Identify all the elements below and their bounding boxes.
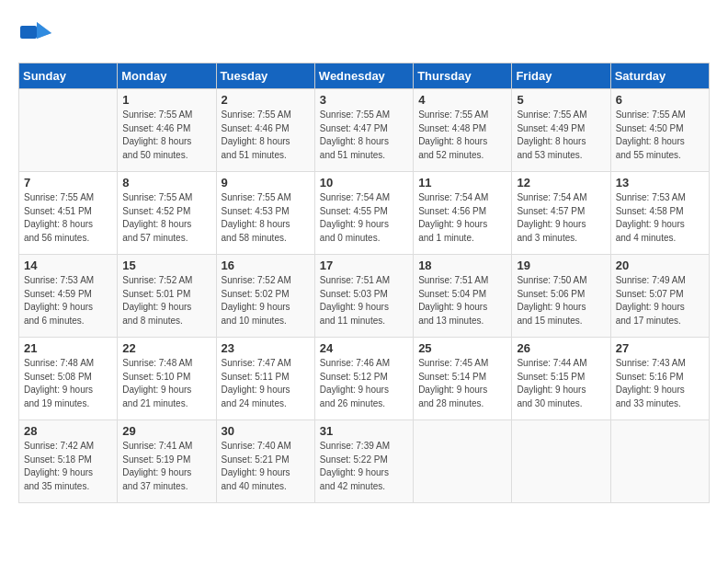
day-number: 26 bbox=[517, 341, 605, 355]
calendar-cell: 27Sunrise: 7:43 AM Sunset: 5:16 PM Dayli… bbox=[610, 338, 709, 420]
calendar-cell: 11Sunrise: 7:54 AM Sunset: 4:56 PM Dayli… bbox=[414, 172, 512, 255]
day-info: Sunrise: 7:47 AM Sunset: 5:11 PM Dayligh… bbox=[222, 357, 310, 410]
day-number: 12 bbox=[517, 176, 605, 190]
day-info: Sunrise: 7:44 AM Sunset: 5:15 PM Dayligh… bbox=[517, 357, 605, 410]
calendar-cell: 25Sunrise: 7:45 AM Sunset: 5:14 PM Dayli… bbox=[414, 338, 512, 420]
calendar-cell: 4Sunrise: 7:55 AM Sunset: 4:48 PM Daylig… bbox=[414, 89, 512, 172]
day-info: Sunrise: 7:46 AM Sunset: 5:12 PM Dayligh… bbox=[320, 357, 408, 410]
day-info: Sunrise: 7:42 AM Sunset: 5:18 PM Dayligh… bbox=[24, 440, 112, 493]
day-number: 1 bbox=[122, 93, 210, 107]
day-number: 30 bbox=[222, 424, 310, 438]
calendar-week: 1Sunrise: 7:55 AM Sunset: 4:46 PM Daylig… bbox=[19, 89, 710, 172]
calendar-cell bbox=[414, 420, 512, 503]
day-info: Sunrise: 7:55 AM Sunset: 4:53 PM Dayligh… bbox=[222, 191, 310, 245]
day-number: 17 bbox=[320, 259, 408, 272]
logo-icon bbox=[18, 18, 53, 48]
calendar-week: 28Sunrise: 7:42 AM Sunset: 5:18 PM Dayli… bbox=[19, 420, 710, 503]
day-number: 10 bbox=[320, 176, 408, 190]
calendar-cell: 21Sunrise: 7:48 AM Sunset: 5:08 PM Dayli… bbox=[19, 338, 118, 420]
day-number: 20 bbox=[616, 259, 704, 272]
calendar-cell: 30Sunrise: 7:40 AM Sunset: 5:21 PM Dayli… bbox=[216, 420, 314, 503]
calendar-cell: 29Sunrise: 7:41 AM Sunset: 5:19 PM Dayli… bbox=[118, 420, 216, 503]
day-info: Sunrise: 7:55 AM Sunset: 4:46 PM Dayligh… bbox=[222, 109, 310, 162]
day-info: Sunrise: 7:53 AM Sunset: 4:58 PM Dayligh… bbox=[616, 191, 704, 245]
day-info: Sunrise: 7:55 AM Sunset: 4:50 PM Dayligh… bbox=[616, 109, 704, 162]
day-info: Sunrise: 7:51 AM Sunset: 5:04 PM Dayligh… bbox=[418, 274, 506, 327]
calendar-cell: 17Sunrise: 7:51 AM Sunset: 5:03 PM Dayli… bbox=[314, 255, 413, 338]
day-number: 23 bbox=[222, 341, 310, 355]
calendar-cell bbox=[512, 420, 610, 503]
calendar-cell: 3Sunrise: 7:55 AM Sunset: 4:47 PM Daylig… bbox=[314, 89, 413, 172]
day-info: Sunrise: 7:55 AM Sunset: 4:49 PM Dayligh… bbox=[517, 109, 605, 162]
day-info: Sunrise: 7:45 AM Sunset: 5:14 PM Dayligh… bbox=[418, 357, 506, 410]
calendar-cell: 10Sunrise: 7:54 AM Sunset: 4:55 PM Dayli… bbox=[314, 172, 413, 255]
day-number: 16 bbox=[222, 259, 310, 272]
day-info: Sunrise: 7:55 AM Sunset: 4:47 PM Dayligh… bbox=[320, 109, 408, 162]
svg-marker-2 bbox=[37, 22, 51, 39]
day-info: Sunrise: 7:52 AM Sunset: 5:02 PM Dayligh… bbox=[222, 274, 310, 327]
day-info: Sunrise: 7:51 AM Sunset: 5:03 PM Dayligh… bbox=[320, 274, 408, 327]
day-info: Sunrise: 7:41 AM Sunset: 5:19 PM Dayligh… bbox=[122, 440, 210, 493]
day-info: Sunrise: 7:43 AM Sunset: 5:16 PM Dayligh… bbox=[616, 357, 704, 410]
day-info: Sunrise: 7:54 AM Sunset: 4:57 PM Dayligh… bbox=[517, 191, 605, 245]
calendar-cell: 5Sunrise: 7:55 AM Sunset: 4:49 PM Daylig… bbox=[512, 89, 610, 172]
calendar-cell: 14Sunrise: 7:53 AM Sunset: 4:59 PM Dayli… bbox=[19, 255, 118, 338]
day-info: Sunrise: 7:55 AM Sunset: 4:51 PM Dayligh… bbox=[24, 191, 112, 245]
day-info: Sunrise: 7:50 AM Sunset: 5:06 PM Dayligh… bbox=[517, 274, 605, 327]
day-number: 25 bbox=[418, 341, 506, 355]
day-number: 7 bbox=[24, 176, 112, 190]
calendar-cell: 22Sunrise: 7:48 AM Sunset: 5:10 PM Dayli… bbox=[118, 338, 216, 420]
day-info: Sunrise: 7:55 AM Sunset: 4:52 PM Dayligh… bbox=[122, 191, 210, 245]
day-info: Sunrise: 7:52 AM Sunset: 5:01 PM Dayligh… bbox=[122, 274, 210, 327]
calendar-cell bbox=[19, 89, 118, 172]
day-number: 3 bbox=[320, 93, 408, 107]
day-number: 18 bbox=[418, 259, 506, 272]
calendar-cell: 2Sunrise: 7:55 AM Sunset: 4:46 PM Daylig… bbox=[216, 89, 314, 172]
day-info: Sunrise: 7:49 AM Sunset: 5:07 PM Dayligh… bbox=[616, 274, 704, 327]
day-number: 28 bbox=[24, 424, 112, 438]
day-number: 15 bbox=[122, 259, 210, 272]
day-info: Sunrise: 7:55 AM Sunset: 4:46 PM Dayligh… bbox=[122, 109, 210, 162]
day-number: 11 bbox=[418, 176, 506, 190]
calendar-cell: 24Sunrise: 7:46 AM Sunset: 5:12 PM Dayli… bbox=[314, 338, 413, 420]
day-number: 31 bbox=[320, 424, 408, 438]
day-info: Sunrise: 7:48 AM Sunset: 5:10 PM Dayligh… bbox=[122, 357, 210, 410]
header-day: Wednesday bbox=[314, 63, 413, 89]
header-day: Sunday bbox=[19, 63, 118, 89]
day-number: 9 bbox=[222, 176, 310, 190]
day-number: 2 bbox=[222, 93, 310, 107]
header-day: Thursday bbox=[414, 63, 512, 89]
calendar-cell: 12Sunrise: 7:54 AM Sunset: 4:57 PM Dayli… bbox=[512, 172, 610, 255]
day-number: 14 bbox=[24, 259, 112, 272]
header-day: Monday bbox=[118, 63, 216, 89]
day-number: 8 bbox=[122, 176, 210, 190]
calendar-cell: 19Sunrise: 7:50 AM Sunset: 5:06 PM Dayli… bbox=[512, 255, 610, 338]
calendar-cell: 28Sunrise: 7:42 AM Sunset: 5:18 PM Dayli… bbox=[19, 420, 118, 503]
calendar-cell: 31Sunrise: 7:39 AM Sunset: 5:22 PM Dayli… bbox=[314, 420, 413, 503]
header-day: Saturday bbox=[610, 63, 709, 89]
day-number: 21 bbox=[24, 341, 112, 355]
day-number: 19 bbox=[517, 259, 605, 272]
day-number: 24 bbox=[320, 341, 408, 355]
svg-rect-0 bbox=[20, 26, 37, 39]
calendar-cell: 15Sunrise: 7:52 AM Sunset: 5:01 PM Dayli… bbox=[118, 255, 216, 338]
header-row: SundayMondayTuesdayWednesdayThursdayFrid… bbox=[19, 63, 710, 89]
calendar-cell: 6Sunrise: 7:55 AM Sunset: 4:50 PM Daylig… bbox=[610, 89, 709, 172]
logo bbox=[18, 18, 57, 48]
day-number: 6 bbox=[616, 93, 704, 107]
calendar-cell: 8Sunrise: 7:55 AM Sunset: 4:52 PM Daylig… bbox=[118, 172, 216, 255]
day-number: 13 bbox=[616, 176, 704, 190]
calendar-cell: 7Sunrise: 7:55 AM Sunset: 4:51 PM Daylig… bbox=[19, 172, 118, 255]
day-number: 22 bbox=[122, 341, 210, 355]
day-number: 5 bbox=[517, 93, 605, 107]
day-number: 4 bbox=[418, 93, 506, 107]
day-info: Sunrise: 7:54 AM Sunset: 4:55 PM Dayligh… bbox=[320, 191, 408, 245]
day-info: Sunrise: 7:54 AM Sunset: 4:56 PM Dayligh… bbox=[418, 191, 506, 245]
calendar-cell: 23Sunrise: 7:47 AM Sunset: 5:11 PM Dayli… bbox=[216, 338, 314, 420]
calendar-week: 21Sunrise: 7:48 AM Sunset: 5:08 PM Dayli… bbox=[19, 338, 710, 420]
calendar-cell: 20Sunrise: 7:49 AM Sunset: 5:07 PM Dayli… bbox=[610, 255, 709, 338]
calendar-week: 14Sunrise: 7:53 AM Sunset: 4:59 PM Dayli… bbox=[19, 255, 710, 338]
day-number: 29 bbox=[122, 424, 210, 438]
calendar-cell: 26Sunrise: 7:44 AM Sunset: 5:15 PM Dayli… bbox=[512, 338, 610, 420]
calendar-table: SundayMondayTuesdayWednesdayThursdayFrid… bbox=[18, 63, 710, 503]
